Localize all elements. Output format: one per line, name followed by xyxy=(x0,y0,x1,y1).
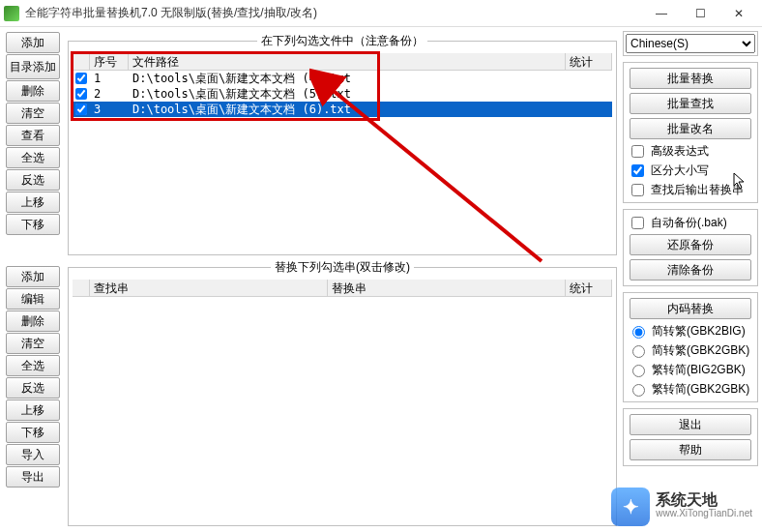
move-down-button[interactable]: 下移 xyxy=(6,214,60,235)
output-after-find-checkbox[interactable] xyxy=(631,184,644,196)
invert-string-button[interactable]: 反选 xyxy=(6,377,60,399)
row-checkbox[interactable] xyxy=(75,73,87,84)
add-string-button[interactable]: 添加 xyxy=(6,266,60,287)
move-up-button[interactable]: 上移 xyxy=(6,192,60,213)
row-index: 3 xyxy=(90,103,129,116)
strings-table-header: 查找串 替换串 统计 xyxy=(73,280,612,297)
advanced-expr-label: 高级表达式 xyxy=(651,143,709,160)
files-panel: 在下列勾选文件中（注意备份） 序号 文件路径 统计 1D:\tools\桌面\新… xyxy=(68,33,617,255)
invert-select-button[interactable]: 反选 xyxy=(6,169,60,191)
table-row[interactable]: 1D:\tools\桌面\新建文本文档 (4).txt xyxy=(73,71,612,86)
language-select[interactable]: Chinese(S) xyxy=(626,34,755,53)
col-check[interactable] xyxy=(73,280,90,297)
enc-radio-3[interactable] xyxy=(632,384,645,397)
mouse-cursor-icon xyxy=(733,172,748,192)
left-toolbar: 添加目录添加删除清空查看全选反选上移下移 添加编辑删除清空全选反选上移下移导入导… xyxy=(4,31,62,528)
row-checkbox[interactable] xyxy=(75,103,87,115)
enc-label-2: 繁转简(BIG2GBK) xyxy=(652,362,746,378)
strings-panel: 替换下列勾选串(双击修改) 查找串 替换串 统计 xyxy=(68,259,617,526)
col-replace[interactable]: 替换串 xyxy=(328,280,566,297)
window-title: 全能字符串批量替换机7.0 无限制版(替换/查找/抽取/改名) xyxy=(25,5,642,21)
col-path[interactable]: 文件路径 xyxy=(129,53,566,71)
main-area: 在下列勾选文件中（注意备份） 序号 文件路径 统计 1D:\tools\桌面\新… xyxy=(68,31,617,528)
watermark-title: 系统天地 xyxy=(656,493,752,507)
exit-button[interactable]: 退出 xyxy=(630,414,751,435)
row-index: 2 xyxy=(90,87,129,101)
enc-radio-1[interactable] xyxy=(632,345,645,358)
exit-group: 退出 帮助 xyxy=(623,408,758,466)
move-down-string-button[interactable]: 下移 xyxy=(6,422,60,443)
enc-radio-0[interactable] xyxy=(632,326,645,339)
row-path: D:\tools\桌面\新建文本文档 (4).txt xyxy=(129,71,566,87)
delete-string-button[interactable]: 删除 xyxy=(6,310,60,332)
app-icon xyxy=(4,6,19,21)
col-stat[interactable]: 统计 xyxy=(566,280,612,297)
table-row[interactable]: 3D:\tools\桌面\新建文本文档 (6).txt xyxy=(73,102,612,117)
watermark: ✦ 系统天地 www.XiTongTianDi.net xyxy=(611,488,752,526)
window-buttons: — ☐ ✕ xyxy=(642,3,758,24)
case-sensitive-label: 区分大小写 xyxy=(651,163,709,179)
move-up-string-button[interactable]: 上移 xyxy=(6,399,60,421)
batch-rename-button[interactable]: 批量改名 xyxy=(630,118,751,139)
output-after-find-label: 查找后输出替换串 xyxy=(651,182,744,198)
clear-backup-button[interactable]: 清除备份 xyxy=(630,259,751,281)
select-all-button[interactable]: 全选 xyxy=(6,147,60,168)
auto-backup-label: 自动备份(.bak) xyxy=(651,215,727,231)
help-button[interactable]: 帮助 xyxy=(630,439,751,460)
restore-backup-button[interactable]: 还原备份 xyxy=(630,234,751,255)
edit-button[interactable]: 编辑 xyxy=(6,288,60,310)
enc-label-0: 简转繁(GBK2BIG) xyxy=(652,323,746,340)
backup-group: 自动备份(.bak) 还原备份 清除备份 xyxy=(623,209,758,286)
select-all-string-button[interactable]: 全选 xyxy=(6,355,60,376)
enc-label-3: 繁转简(GBK2GBK) xyxy=(652,381,749,398)
advanced-expr-checkbox[interactable] xyxy=(631,145,644,158)
col-stat[interactable]: 统计 xyxy=(566,53,612,71)
col-search[interactable]: 查找串 xyxy=(90,280,328,297)
clear-button[interactable]: 清空 xyxy=(6,103,60,124)
table-row[interactable]: 2D:\tools\桌面\新建文本文档 (5).txt xyxy=(73,86,612,102)
col-check[interactable] xyxy=(73,53,90,71)
row-path: D:\tools\桌面\新建文本文档 (5).txt xyxy=(129,86,566,103)
add-folder-button[interactable]: 目录添加 xyxy=(6,54,60,79)
maximize-button[interactable]: ☐ xyxy=(681,3,719,24)
clear-string-button[interactable]: 清空 xyxy=(6,333,60,354)
enc-radio-2[interactable] xyxy=(632,365,645,377)
minimize-button[interactable]: — xyxy=(642,3,681,24)
case-sensitive-checkbox[interactable] xyxy=(631,164,644,177)
title-bar: 全能字符串批量替换机7.0 无限制版(替换/查找/抽取/改名) — ☐ ✕ xyxy=(0,0,762,27)
auto-backup-checkbox[interactable] xyxy=(631,217,644,229)
batch-replace-button[interactable]: 批量替换 xyxy=(630,68,751,89)
files-panel-legend: 在下列勾选文件中（注意备份） xyxy=(257,33,427,49)
import-button[interactable]: 导入 xyxy=(6,444,60,465)
strings-table[interactable]: 查找串 替换串 统计 xyxy=(71,278,614,523)
batch-find-button[interactable]: 批量查找 xyxy=(630,93,751,114)
delete-button[interactable]: 删除 xyxy=(6,80,60,102)
strings-panel-legend: 替换下列勾选串(双击修改) xyxy=(271,259,414,276)
encoding-group: 内码替换 简转繁(GBK2BIG) 简转繁(GBK2GBK) 繁转简(BIG2G… xyxy=(623,292,758,402)
row-path: D:\tools\桌面\新建文本文档 (6).txt xyxy=(129,102,566,118)
watermark-url: www.XiTongTianDi.net xyxy=(656,507,752,520)
encoding-replace-button[interactable]: 内码替换 xyxy=(630,298,751,319)
view-button[interactable]: 查看 xyxy=(6,125,60,146)
watermark-icon: ✦ xyxy=(611,488,650,526)
files-table-header: 序号 文件路径 统计 xyxy=(73,53,612,71)
row-checkbox[interactable] xyxy=(75,88,87,100)
export-button[interactable]: 导出 xyxy=(6,466,60,488)
row-index: 1 xyxy=(90,72,129,85)
add-button[interactable]: 添加 xyxy=(6,32,60,53)
enc-label-1: 简转繁(GBK2GBK) xyxy=(652,342,749,359)
right-panel: Chinese(S) 批量替换 批量查找 批量改名 高级表达式 区分大小写 查找… xyxy=(623,31,758,528)
col-seq[interactable]: 序号 xyxy=(90,53,129,71)
close-button[interactable]: ✕ xyxy=(719,3,758,24)
files-table[interactable]: 序号 文件路径 统计 1D:\tools\桌面\新建文本文档 (4).txt2D… xyxy=(71,51,614,119)
